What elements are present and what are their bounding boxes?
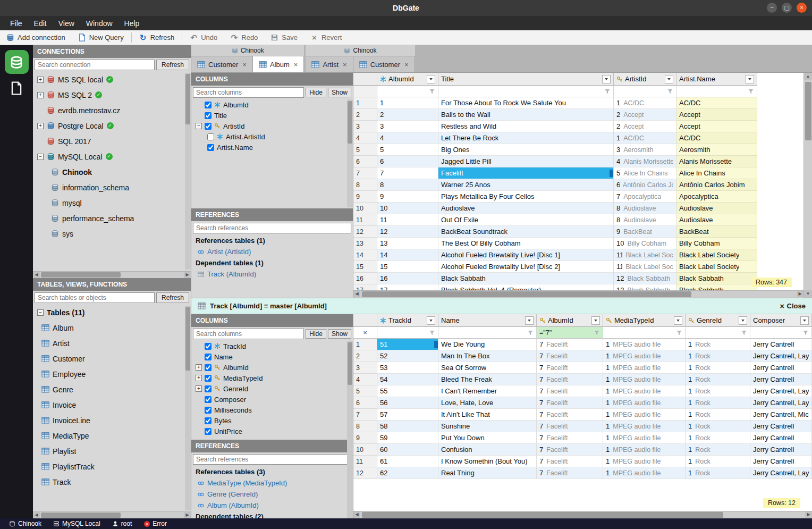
expand-icon[interactable]: + — [196, 364, 202, 371]
database-chinook[interactable]: Chinook — [33, 164, 191, 180]
cell-mediatypeid[interactable]: 1MPEG audio file — [603, 444, 686, 456]
cell-artistid[interactable]: 10Billy Cobham — [614, 238, 676, 249]
cell-artistid[interactable]: 6Antônio Carlos Jobim — [614, 179, 676, 191]
cell-composer[interactable]: Jerry Cantrell, Layne Staley — [750, 467, 812, 479]
album-column-header-title[interactable]: Title — [438, 73, 614, 86]
cell-genreid[interactable]: 1Rock — [686, 362, 750, 374]
cell-artist-name[interactable]: Black Sabbath — [676, 284, 757, 290]
column-checkbox[interactable] — [205, 385, 212, 392]
cell-artistid[interactable]: 12Black Sabbath — [614, 273, 676, 284]
row-number[interactable]: 3 — [353, 362, 377, 374]
track-references-search-input[interactable] — [193, 454, 351, 465]
row-number[interactable]: 2 — [353, 350, 377, 362]
cell-artist-name[interactable]: Audioslave — [676, 203, 757, 214]
status-error[interactable]: ×Error — [138, 518, 173, 529]
cell-name[interactable]: Sunshine — [438, 421, 537, 432]
scroll-left-icon[interactable]: ◀ — [33, 512, 40, 518]
row-number[interactable]: 5 — [353, 144, 377, 156]
cell-title[interactable]: Black Sabbath Vol. 4 (Remaster) — [438, 284, 614, 290]
album-grid-hscrollbar[interactable]: ◀ ▶ — [353, 290, 803, 298]
connections-hscrollbar[interactable]: ◀ ▶ — [33, 271, 191, 278]
row-number[interactable]: 17 — [353, 284, 377, 290]
scroll-down-icon[interactable]: ▼ — [804, 290, 812, 298]
scroll-left-icon[interactable]: ◀ — [33, 272, 40, 278]
cell-albumid[interactable]: 12 — [377, 226, 438, 238]
row-number[interactable]: 7 — [353, 167, 377, 179]
scroll-left-icon[interactable]: ◀ — [353, 511, 360, 518]
tables-refresh-button[interactable]: Refresh — [156, 292, 189, 303]
album-filter-artist-name[interactable] — [676, 86, 757, 97]
tab-album[interactable]: Album× — [253, 56, 304, 72]
cell-artist-name[interactable]: Black Label Society — [676, 261, 757, 273]
cell-trackid[interactable]: 57 — [377, 409, 438, 421]
cell-composer[interactable]: Jerry Cantrell, Layne Staley — [750, 350, 812, 362]
table-invoiceline[interactable]: InvoiceLine — [33, 413, 191, 428]
cell-name[interactable]: Man In The Box — [438, 350, 537, 362]
tab-close-icon[interactable]: × — [294, 61, 298, 69]
album-references-search-input[interactable] — [193, 223, 351, 233]
tab-close-icon[interactable]: × — [404, 61, 409, 69]
selection-handle[interactable] — [610, 170, 613, 177]
expand-icon[interactable]: + — [37, 92, 44, 98]
reference-link-mediatype-mediatypeid[interactable]: MediaType (MediaTypeId) — [191, 477, 353, 489]
table-employee[interactable]: Employee — [33, 366, 191, 382]
expand-icon[interactable]: + — [196, 375, 202, 381]
cell-mediatypeid[interactable]: 1MPEG audio file — [603, 467, 686, 479]
cell-artistid[interactable]: 12Black Sabbath — [614, 284, 676, 290]
cell-artist-name[interactable]: Apocalyptica — [676, 191, 757, 203]
row-number[interactable]: 12 — [353, 226, 377, 238]
cell-name[interactable]: It Ain't Like That — [438, 409, 537, 421]
cell-composer[interactable]: Jerry Cantrell — [750, 432, 812, 444]
cell-albumid[interactable]: 7Facelift — [537, 385, 603, 397]
cell-albumid[interactable]: 7Facelift — [537, 409, 603, 421]
row-number[interactable]: 12 — [353, 467, 377, 479]
cell-albumid[interactable]: 1 — [377, 97, 438, 109]
row-number[interactable]: 3 — [353, 121, 377, 132]
table-genre[interactable]: Genre — [33, 382, 191, 397]
reference-link-genre-genreid[interactable]: Genre (GenreId) — [191, 489, 353, 500]
column-checkbox[interactable] — [205, 407, 212, 414]
cell-albumid[interactable]: 16 — [377, 273, 438, 284]
column-checkbox[interactable] — [205, 343, 212, 350]
connection-evrdb-metrostav-cz[interactable]: evrdb.metrostav.cz — [33, 103, 191, 118]
cell-genreid[interactable]: 1Rock — [686, 385, 750, 397]
album-column-header-albumid[interactable]: AlbumId — [377, 73, 438, 86]
reference-link-artist-artistid[interactable]: Artist (ArtistId) — [191, 246, 353, 257]
column-checkbox[interactable] — [205, 112, 212, 119]
connection-mysql-local[interactable]: −MySQL Local✓ — [33, 149, 191, 164]
scroll-right-icon[interactable]: ▶ — [184, 272, 191, 278]
tab-artist[interactable]: Artist× — [306, 56, 353, 72]
cell-albumid[interactable]: 7Facelift — [537, 397, 603, 409]
cell-albumid[interactable]: 9 — [377, 191, 438, 203]
cell-albumid[interactable]: 10 — [377, 203, 438, 214]
track-filter-trackid[interactable] — [377, 327, 438, 339]
rail-files-button[interactable] — [10, 81, 23, 95]
cell-title[interactable]: The Best Of Billy Cobham — [438, 238, 614, 249]
album-hide-button[interactable]: Hide — [306, 88, 326, 97]
cell-artist-name[interactable]: Aerosmith — [676, 144, 757, 156]
cell-albumid[interactable]: 7Facelift — [537, 339, 603, 350]
cell-albumid[interactable]: 11 — [377, 214, 438, 226]
table-playlisttrack[interactable]: PlaylistTrack — [33, 459, 191, 474]
cell-genreid[interactable]: 1Rock — [686, 350, 750, 362]
cell-mediatypeid[interactable]: 1MPEG audio file — [603, 385, 686, 397]
column-checkbox[interactable] — [205, 396, 212, 403]
cell-artistid[interactable]: 11Black Label Society — [614, 249, 676, 261]
cell-name[interactable]: Sea Of Sorrow — [438, 362, 537, 374]
cell-trackid[interactable]: 53 — [377, 362, 438, 374]
cell-mediatypeid[interactable]: 1MPEG audio file — [603, 421, 686, 432]
refresh-button[interactable]: ↻Refresh — [133, 30, 181, 45]
row-number[interactable]: 6 — [353, 397, 377, 409]
cell-genreid[interactable]: 1Rock — [686, 421, 750, 432]
cell-trackid[interactable]: 55 — [377, 385, 438, 397]
menu-help[interactable]: Help — [119, 17, 146, 30]
cell-mediatypeid[interactable]: 1MPEG audio file — [603, 432, 686, 444]
table-mediatype[interactable]: MediaType — [33, 428, 191, 443]
track-clear-filter-button[interactable]: × — [353, 327, 377, 339]
cell-artist-name[interactable]: Alice In Chains — [676, 167, 757, 179]
cell-title[interactable]: Balls to the Wall — [438, 109, 614, 121]
cell-trackid[interactable]: 61 — [377, 456, 438, 467]
column-menu-icon[interactable] — [665, 75, 673, 83]
cell-mediatypeid[interactable]: 1MPEG audio file — [603, 456, 686, 467]
reference-link-album-albumid[interactable]: Album (AlbumId) — [191, 500, 353, 511]
